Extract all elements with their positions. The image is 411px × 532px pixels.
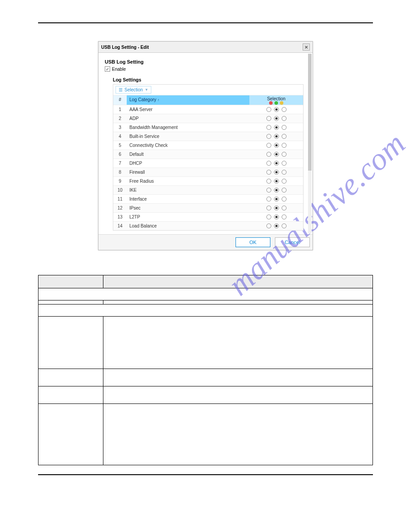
selection-radio[interactable] — [266, 143, 271, 148]
selection-radio[interactable] — [274, 170, 279, 175]
selection-radio[interactable] — [266, 152, 271, 157]
selection-label: Selection — [124, 87, 143, 92]
selection-radio[interactable] — [282, 215, 287, 219]
enable-row: ✓ Enable — [105, 66, 304, 72]
selection-radio[interactable] — [282, 170, 287, 175]
selection-radio[interactable] — [266, 170, 271, 175]
table-row[interactable]: 4Built-in Service — [113, 132, 303, 141]
section-title: USB Log Setting — [105, 59, 304, 64]
scrollbar-track[interactable] — [308, 54, 312, 233]
row-category: Connectivity Check — [127, 143, 249, 148]
selection-radio[interactable] — [282, 152, 287, 157]
row-index: 2 — [113, 116, 127, 121]
selection-radio[interactable] — [266, 188, 271, 193]
table-row — [39, 404, 373, 465]
ok-button[interactable]: OK — [235, 237, 270, 247]
table-row[interactable]: 14Load Balance — [113, 221, 303, 230]
selection-radio[interactable] — [274, 197, 279, 202]
selection-radio[interactable] — [266, 206, 271, 210]
grid-body: 1AAA Server2ADP3Bandwidth Management4Bui… — [113, 105, 303, 230]
dialog-wrapper: USB Log Setting - Edit ✕ USB Log Setting… — [38, 41, 373, 250]
table-row[interactable]: 2ADP — [113, 114, 303, 123]
table-row[interactable]: 9Free Radius — [113, 176, 303, 185]
row-category: Built-in Service — [127, 134, 249, 139]
table-desc-cell — [103, 300, 373, 305]
selection-radio[interactable] — [266, 134, 271, 139]
col-header-selection[interactable]: Selection — [249, 95, 303, 105]
table-row[interactable]: 5Connectivity Check — [113, 141, 303, 150]
selection-radio[interactable] — [274, 134, 279, 139]
selection-radio[interactable] — [274, 179, 279, 184]
selection-radio[interactable] — [266, 197, 271, 202]
selection-radio[interactable] — [274, 206, 279, 210]
description-table — [38, 275, 373, 465]
table-header-row — [39, 275, 373, 288]
row-index: 11 — [113, 197, 127, 202]
selection-dropdown-button[interactable]: ☰ Selection ▼ — [116, 86, 151, 94]
table-row[interactable]: 13L2TP — [113, 212, 303, 221]
selection-radio[interactable] — [266, 116, 271, 121]
table-row[interactable]: 6Default — [113, 150, 303, 159]
table-row[interactable]: 12IPsec — [113, 203, 303, 212]
table-desc-cell — [103, 404, 373, 465]
selection-radio[interactable] — [282, 143, 287, 148]
selection-radio[interactable] — [282, 197, 287, 202]
selection-radio[interactable] — [266, 179, 271, 184]
row-selection-group — [249, 188, 303, 193]
selection-radio[interactable] — [266, 107, 271, 112]
selection-legend-dots — [268, 101, 284, 105]
row-index: 7 — [113, 161, 127, 166]
selection-radio[interactable] — [282, 223, 287, 228]
table-row[interactable]: 1AAA Server — [113, 105, 303, 114]
table-header-desc-cell — [103, 275, 373, 288]
row-category: Firewall — [127, 170, 249, 175]
selection-radio[interactable] — [274, 125, 279, 130]
enable-checkbox[interactable]: ✓ — [105, 66, 110, 72]
selection-radio[interactable] — [274, 161, 279, 166]
row-category: L2TP — [127, 215, 249, 219]
selection-radio[interactable] — [282, 206, 287, 210]
row-index: 3 — [113, 125, 127, 130]
selection-radio[interactable] — [282, 134, 287, 139]
selection-radio[interactable] — [282, 179, 287, 184]
close-icon[interactable]: ✕ — [303, 43, 310, 51]
row-selection-group — [249, 215, 303, 219]
row-selection-group — [249, 179, 303, 184]
selection-radio[interactable] — [266, 215, 271, 219]
table-row[interactable]: 3Bandwidth Management — [113, 123, 303, 132]
selection-radio[interactable] — [266, 125, 271, 130]
selection-radio[interactable] — [282, 116, 287, 121]
selection-radio[interactable] — [282, 125, 287, 130]
row-selection-group — [249, 134, 303, 139]
selection-radio[interactable] — [282, 107, 287, 112]
selection-radio[interactable] — [266, 223, 271, 228]
table-row[interactable]: 10IKE — [113, 185, 303, 194]
table-section-row — [39, 288, 373, 300]
selection-radio[interactable] — [274, 223, 279, 228]
row-index: 4 — [113, 134, 127, 139]
table-row[interactable]: 8Firewall — [113, 167, 303, 176]
table-row — [39, 369, 373, 386]
scrollbar-thumb[interactable] — [308, 54, 312, 171]
selection-radio[interactable] — [274, 116, 279, 121]
selection-radio[interactable] — [282, 188, 287, 193]
table-row — [39, 288, 373, 300]
cancel-button[interactable]: Cancel — [275, 237, 310, 247]
row-category: Free Radius — [127, 179, 249, 184]
col-header-category[interactable]: Log Category ↑ — [127, 95, 249, 105]
selection-radio[interactable] — [274, 107, 279, 112]
selection-radio[interactable] — [274, 215, 279, 219]
table-row[interactable]: 7DHCP — [113, 159, 303, 167]
usb-log-setting-dialog: USB Log Setting - Edit ✕ USB Log Setting… — [98, 41, 313, 250]
selection-radio[interactable] — [274, 143, 279, 148]
selection-radio[interactable] — [266, 161, 271, 166]
grid-toolbar: ☰ Selection ▼ — [113, 85, 303, 95]
row-category: Default — [127, 152, 249, 157]
selection-radio[interactable] — [274, 188, 279, 193]
sort-asc-icon: ↑ — [158, 98, 159, 102]
selection-radio[interactable] — [282, 161, 287, 166]
table-label-cell — [39, 386, 103, 404]
selection-radio[interactable] — [274, 152, 279, 157]
col-header-index[interactable]: # — [113, 95, 127, 105]
table-row[interactable]: 11Interface — [113, 194, 303, 203]
